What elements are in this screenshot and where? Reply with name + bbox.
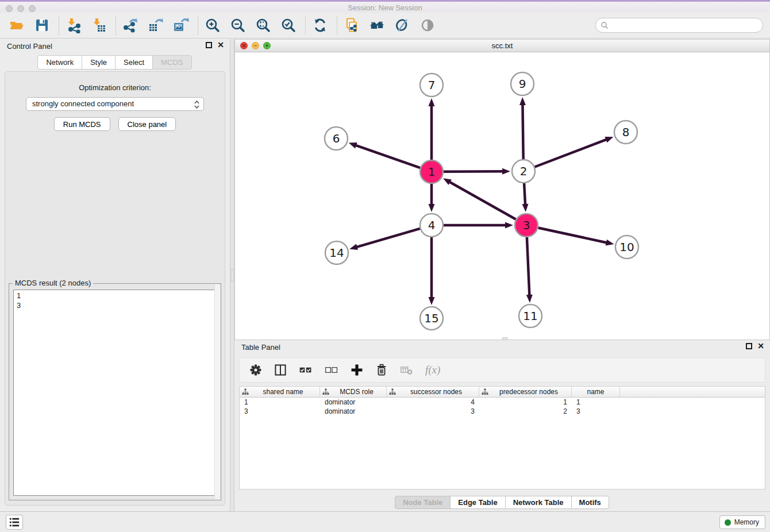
graph-node-11[interactable]: 11: [519, 304, 542, 327]
column-header-predecessor-nodes[interactable]: predecessor nodes: [479, 387, 572, 397]
column-type-icon: [482, 388, 488, 395]
toolbar-separator: [116, 16, 116, 34]
task-history-button[interactable]: [6, 515, 23, 530]
memory-button[interactable]: Memory: [719, 515, 765, 529]
select-all-columns-button[interactable]: [298, 363, 313, 377]
apply-layout-button[interactable]: [310, 16, 330, 35]
cell-predecessor-nodes[interactable]: 2: [479, 407, 572, 416]
cell-shared-name[interactable]: 3: [240, 407, 320, 416]
graph-node-2[interactable]: 2: [512, 160, 535, 183]
table-row[interactable]: 3dominator323: [240, 407, 765, 416]
graph-node-4[interactable]: 4: [420, 214, 443, 237]
edge-1-2[interactable]: [444, 171, 505, 172]
edge-arrow-1-4: [429, 204, 435, 212]
control-panel-title: Control Panel: [7, 42, 52, 51]
toolbar-separator: [337, 16, 337, 34]
home-button[interactable]: [367, 16, 387, 35]
cell-MCDS-role[interactable]: dominator: [320, 398, 387, 407]
search-input[interactable]: [609, 20, 763, 31]
cell-name[interactable]: 3: [572, 407, 620, 416]
close-panel-button[interactable]: Close panel: [118, 117, 176, 131]
table-toolbar: f(x): [239, 357, 765, 383]
column-header-MCDS-role[interactable]: MCDS role: [320, 387, 387, 397]
duplicate-network-button[interactable]: [342, 16, 361, 35]
save-session-button[interactable]: [32, 16, 52, 35]
edge-1-6[interactable]: [353, 145, 420, 168]
contrast-eye-button[interactable]: [418, 16, 437, 35]
table-panel-tabs: Node TableEdge TableNetwork TableMotifs: [234, 496, 770, 509]
cell-predecessor-nodes[interactable]: 1: [479, 398, 572, 407]
network-canvas[interactable]: 7968124314101511: [235, 52, 769, 340]
table-tab-network-table[interactable]: Network Table: [505, 496, 572, 509]
control-tab-network[interactable]: Network: [37, 55, 82, 70]
cell-shared-name[interactable]: 1: [240, 398, 320, 407]
optimization-criterion-select[interactable]: strongly connected component: [26, 97, 204, 111]
graph-node-7[interactable]: 7: [420, 74, 443, 97]
search-field[interactable]: [595, 18, 763, 33]
split-columns-button[interactable]: [274, 363, 287, 377]
graph-node-9[interactable]: 9: [511, 72, 534, 95]
import-table-button[interactable]: [89, 16, 109, 35]
table-tab-motifs[interactable]: Motifs: [571, 496, 609, 509]
column-header-successor-nodes[interactable]: successor nodes: [387, 387, 479, 397]
export-network-button[interactable]: [121, 16, 140, 35]
run-mcds-button[interactable]: Run MCDS: [54, 117, 110, 131]
unselect-all-columns-button[interactable]: [324, 363, 339, 377]
control-tab-style[interactable]: Style: [82, 55, 116, 70]
function-builder-button[interactable]: f(x): [425, 364, 440, 376]
graph-node-15[interactable]: 15: [420, 307, 443, 330]
edge-4-14[interactable]: [355, 229, 420, 248]
graph-node-1[interactable]: 1: [420, 160, 443, 183]
table-tab-edge-table[interactable]: Edge Table: [450, 496, 505, 509]
network-window-titlebar[interactable]: ✕ − + scc.txt: [235, 40, 769, 52]
splitter-grip[interactable]: [231, 269, 233, 282]
graph-node-10[interactable]: 10: [615, 236, 638, 259]
close-table-panel-icon[interactable]: ✕: [757, 343, 764, 349]
graphics-details-button[interactable]: [392, 16, 412, 35]
vertical-splitter[interactable]: [230, 39, 234, 511]
column-header-name[interactable]: name: [572, 387, 620, 397]
table-tab-node-table[interactable]: Node Table: [395, 496, 451, 509]
float-table-panel-icon[interactable]: [746, 343, 752, 349]
float-panel-icon[interactable]: [206, 42, 212, 48]
zoom-out-button[interactable]: [228, 16, 248, 35]
edge-2-8[interactable]: [535, 138, 609, 167]
cell-successor-nodes[interactable]: 4: [387, 398, 479, 407]
network-graph[interactable]: 7968124314101511: [235, 52, 770, 340]
table-settings-button[interactable]: [249, 363, 263, 377]
edge-3-11[interactable]: [527, 237, 530, 298]
edge-arrow-1-7: [429, 98, 435, 106]
cell-successor-nodes[interactable]: 3: [387, 407, 479, 416]
edge-arrow-1-6: [349, 142, 357, 148]
list-icon: [9, 517, 20, 527]
export-table-button[interactable]: [146, 16, 165, 35]
delete-column-button[interactable]: [375, 363, 388, 377]
delete-table-button[interactable]: [399, 363, 414, 377]
optimization-criterion-value: strongly connected component: [32, 99, 134, 108]
table-row[interactable]: 1dominator411: [240, 398, 765, 407]
control-tab-select[interactable]: Select: [115, 55, 153, 70]
open-session-button[interactable]: [7, 16, 26, 35]
create-column-button[interactable]: [350, 363, 364, 377]
result-scrollbar[interactable]: [214, 284, 220, 499]
control-tab-mcds[interactable]: MCDS: [152, 55, 191, 70]
column-header-shared-name[interactable]: shared name: [240, 387, 320, 397]
import-network-button[interactable]: [64, 16, 83, 35]
graph-node-6[interactable]: 6: [325, 127, 348, 150]
zoom-in-button[interactable]: [203, 16, 222, 35]
edge-2-3[interactable]: [524, 183, 525, 207]
zoom-fit-button[interactable]: [253, 16, 273, 35]
edge-3-1[interactable]: [448, 181, 516, 219]
edge-2-9[interactable]: [522, 102, 523, 159]
edge-3-10[interactable]: [538, 228, 609, 243]
zoom-selected-button[interactable]: [279, 16, 298, 35]
cell-name[interactable]: 1: [572, 398, 620, 407]
graph-node-14[interactable]: 14: [325, 241, 348, 264]
graph-node-3[interactable]: 3: [515, 214, 538, 237]
svg-text:8: 8: [622, 125, 630, 139]
cell-MCDS-role[interactable]: dominator: [320, 407, 387, 416]
graph-node-8[interactable]: 8: [614, 121, 637, 144]
close-panel-icon[interactable]: ✕: [217, 42, 224, 48]
export-image-button[interactable]: [171, 16, 191, 35]
mcds-result-text[interactable]: 1 3: [13, 290, 217, 496]
